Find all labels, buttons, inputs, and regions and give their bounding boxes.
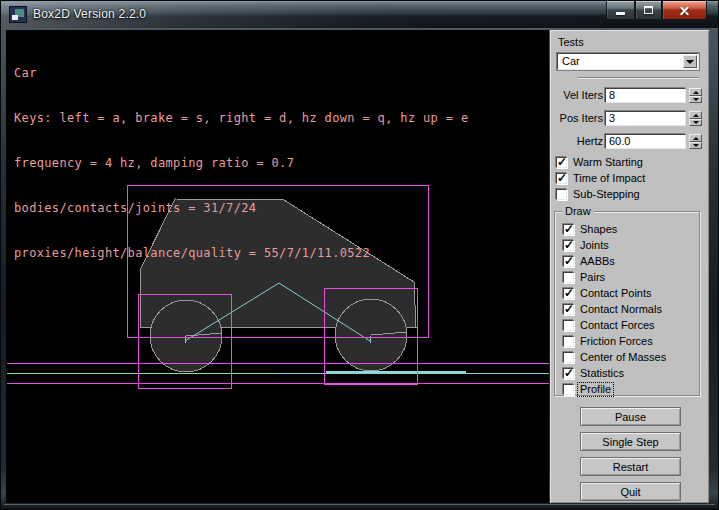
caption-buttons: [606, 1, 707, 20]
checkbox-icon: [563, 336, 574, 347]
vel-iters-label: Vel Iters: [550, 88, 603, 103]
hertz-input[interactable]: 60.0: [605, 134, 686, 149]
checkbox-icon: [563, 320, 574, 331]
arrow-down-icon: [693, 98, 699, 101]
pos-iters-spinner: [689, 111, 702, 126]
minimize-icon: [616, 12, 625, 15]
info-line-keys: Keys: left = a, brake = s, right = d, hz…: [14, 111, 468, 126]
draw-shapes-label: Shapes: [580, 223, 617, 236]
checkbox-icon: [563, 304, 574, 315]
checkbox-icon: [563, 272, 574, 283]
pos-iters-label: Pos Iters: [550, 111, 603, 126]
chevron-down-icon: [686, 60, 694, 64]
window-title: Box2D Version 2.2.0: [33, 7, 146, 21]
draw-contact-points-label: Contact Points: [580, 287, 652, 300]
pos-iters-down-button[interactable]: [689, 119, 702, 126]
hertz-spinner: [689, 134, 702, 149]
titlebar[interactable]: Box2D Version 2.2.0: [1, 1, 719, 28]
separator-line: [578, 77, 699, 79]
close-button[interactable]: [662, 1, 707, 20]
arrow-up-icon: [693, 91, 699, 94]
arrow-up-icon: [693, 137, 699, 140]
checkbox-icon: [563, 384, 574, 395]
checkbox-icon: [563, 240, 574, 251]
app-icon: [10, 7, 26, 22]
draw-group-title: Draw: [562, 205, 594, 217]
pause-button[interactable]: Pause: [580, 407, 681, 426]
checkbox-icon: [563, 352, 574, 363]
hertz-up-button[interactable]: [689, 134, 702, 142]
tests-dropdown-button[interactable]: [683, 55, 697, 68]
draw-pairs-label: Pairs: [580, 271, 605, 284]
sub-stepping-label: Sub-Stepping: [573, 188, 640, 201]
quit-button[interactable]: Quit: [580, 482, 681, 501]
vel-iters-input[interactable]: 8: [605, 88, 686, 103]
control-panel: Tests Car Vel Iters 8 Pos Iters 3 Hertz …: [550, 30, 709, 503]
checkbox-icon: [563, 288, 574, 299]
checkbox-icon: [563, 256, 574, 267]
draw-joints-label: Joints: [580, 239, 609, 252]
draw-groupbox: Draw Shapes Joints AABBs Pairs Contact P…: [554, 211, 700, 396]
info-line-bodies: bodies/contacts/joints = 31/7/24: [14, 201, 468, 216]
time-of-impact-label: Time of Impact: [573, 172, 645, 185]
maximize-button[interactable]: [635, 1, 662, 20]
vel-iters-down-button[interactable]: [689, 96, 702, 103]
maximize-icon: [644, 6, 653, 14]
arrow-down-icon: [693, 144, 699, 147]
checkbox-icon: [563, 224, 574, 235]
draw-contact-forces-label: Contact Forces: [580, 319, 655, 332]
pos-iters-input[interactable]: 3: [605, 111, 686, 126]
tests-selected-value: Car: [562, 55, 580, 68]
tests-dropdown[interactable]: Car: [557, 53, 699, 70]
draw-center-of-masses-label: Center of Masses: [580, 351, 666, 364]
vel-iters-up-button[interactable]: [689, 88, 702, 96]
arrow-up-icon: [693, 114, 699, 117]
minimize-button[interactable]: [606, 1, 635, 20]
checkbox-icon: [556, 157, 567, 168]
pos-iters-up-button[interactable]: [689, 111, 702, 119]
close-icon: [679, 5, 690, 16]
draw-contact-normals-label: Contact Normals: [580, 303, 662, 316]
draw-friction-forces-label: Friction Forces: [580, 335, 653, 348]
hertz-down-button[interactable]: [689, 142, 702, 149]
draw-aabbs-label: AABBs: [580, 255, 615, 268]
hertz-label: Hertz: [550, 134, 603, 149]
arrow-down-icon: [693, 121, 699, 124]
physics-canvas[interactable]: Car Keys: left = a, brake = s, right = d…: [6, 30, 549, 503]
info-text-block: Car Keys: left = a, brake = s, right = d…: [14, 36, 468, 291]
single-step-button[interactable]: Single Step: [580, 432, 681, 451]
warm-starting-label: Warm Starting: [573, 156, 643, 169]
checkbox-icon: [556, 173, 567, 184]
checkbox-icon: [556, 189, 567, 200]
info-line-frequency: frequency = 4 hz, damping ratio = 0.7: [14, 156, 468, 171]
info-line-test-name: Car: [14, 66, 468, 81]
draw-profile-label: Profile: [578, 383, 613, 396]
tests-label: Tests: [558, 36, 584, 48]
app-window: Box2D Version 2.2.0: [0, 0, 719, 510]
vel-iters-spinner: [689, 88, 702, 103]
restart-button[interactable]: Restart: [580, 457, 681, 476]
checkbox-icon: [563, 368, 574, 379]
draw-statistics-label: Statistics: [580, 367, 624, 380]
info-line-proxies: proxies/height/balance/quality = 55/7/1/…: [14, 246, 468, 261]
